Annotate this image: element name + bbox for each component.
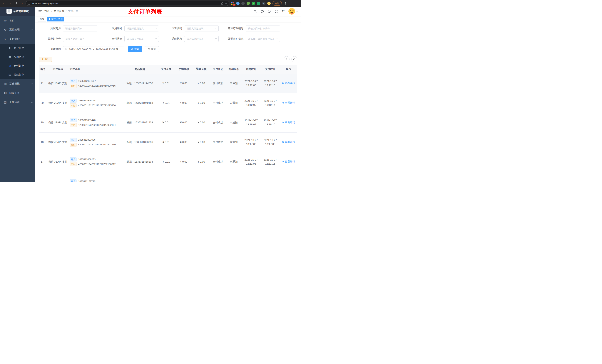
merchant-tag: 商户 [70,118,77,122]
sidebar-item-pay-order[interactable]: ◎ 支付订单 [0,62,35,70]
extension-check-icon[interactable]: ✓ [252,2,255,5]
pay-tag: 支付 [70,104,77,107]
tab-home[interactable]: 首页 [38,17,46,21]
github-icon[interactable] [260,9,264,13]
bookmark-star-icon[interactable]: ☆ [225,2,227,5]
extension-drop-icon[interactable] [236,2,239,5]
yen-icon: ¥ [4,38,7,41]
date-end-value: 2021-10-31 23:59:59 [96,48,118,51]
breadcrumb-current: 支付订单 [68,10,78,13]
notify-status-filter-select[interactable] [246,36,280,42]
download-icon [41,58,44,61]
extension-pin-icon[interactable]: ▼ [262,2,266,5]
refresh-icon [148,48,150,51]
sidebar-item-app-info[interactable]: ▦ 应用信息 [0,52,35,62]
gear-icon: ⚙ [4,28,7,31]
merchant-tag: 商户 [70,157,77,161]
sidebar-item-payment[interactable]: ¥ 支付管理 [0,34,35,44]
sidebar-item-system[interactable]: ⚙ 系统管理 [0,25,35,34]
close-tab-icon[interactable]: × [61,18,63,20]
create-time-filter-label: 创建时间 [39,48,63,51]
table-row: 19 微信 JSAPI 支付 商户1635311881440 支付4200001… [39,113,297,132]
refund-status-filter-select[interactable] [184,36,219,42]
channel-code-filter-select[interactable] [184,26,219,31]
view-detail-link[interactable]: 查看详情 [282,140,295,144]
merchant-order-no-filter-input[interactable] [246,26,280,31]
forward-icon[interactable]: → [8,2,12,5]
export-button[interactable]: 导出 [39,57,52,62]
extension-chat-icon[interactable] [257,2,260,5]
pay-tag: 支付 [70,143,77,147]
toolbox-icon: ◧ [4,91,7,95]
breadcrumb: 首页 / 支付管理 / 支付订单 [44,10,78,13]
user-avatar [288,8,295,15]
breadcrumb-home[interactable]: 首页 [44,10,50,13]
view-detail-link[interactable]: 查看详情 [282,120,295,125]
sidebar-item-home[interactable]: ◎ 首页 [0,16,35,25]
channel-code-filter-label: 渠道编码 [159,27,184,30]
url-text[interactable]: localhost:1024/pay/order [32,2,58,5]
fullscreen-icon[interactable] [274,9,278,13]
reload-icon[interactable] [14,2,18,5]
extension-badge: 10 [233,4,236,6]
date-range-picker[interactable]: 2021-10-01 00:00:00 - 2021-10-31 23:59:5… [63,46,124,52]
merchant-filter-input[interactable] [63,26,97,31]
date-start-value: 2021-10-01 00:00:00 [69,48,91,51]
table-row: 17 微信 JSAPI 支付 商户1635311468233 支付4200001… [39,152,297,172]
sidebar-item-infrastructure[interactable]: ▥ 基础设施 [0,79,35,88]
view-detail-link[interactable]: 查看详情 [282,160,295,164]
reset-button[interactable]: 重置 [145,46,159,52]
hamburger-icon[interactable] [39,10,42,13]
search-icon[interactable] [253,9,257,13]
chrome-update-button[interactable]: 更新 [272,1,282,6]
pay-status-filter-label: 支付状态 [97,37,124,41]
sidebar-item-dev-tools[interactable]: ◧ 研发工具 [0,88,35,98]
chevron-up-icon [31,39,33,40]
chevron-down-icon [31,29,33,31]
sidebar: 芋道管理系统 ◎ 首页 ⚙ 系统管理 ¥ 支付管理 ▮ 商户信息 ▦ 应用信息 [0,7,35,182]
home-icon[interactable]: ⌂ [20,2,24,5]
app-id-filter-select[interactable] [124,26,159,31]
breadcrumb-pay-management[interactable]: 支付管理 [54,10,64,13]
view-detail-link[interactable]: 查看详情 [282,81,295,85]
profile-avatar-icon[interactable]: ☺ [267,2,271,5]
refresh-table-button[interactable] [291,56,297,62]
extensions-icon[interactable]: 10 [231,2,234,5]
sidebar-item-refund-order[interactable]: ▤ 退款订单 [0,70,35,79]
tab-pay-order[interactable]: 支付订单 × [47,17,64,21]
view-detail-link[interactable]: 查看详情 [282,101,295,105]
table-header-row: 编号 支付渠道 支付订单 商品标题 支付金额 手续金额 退款金额 支付状态 回调… [39,65,297,74]
search-icon [131,48,133,51]
monitor-icon: ▥ [4,82,7,85]
dashboard-icon: ◎ [4,19,7,22]
extension-green-icon[interactable] [247,2,250,5]
help-icon[interactable]: ? [267,9,271,13]
user-menu[interactable] [288,8,298,15]
payment-submenu: ▮ 商户信息 ▦ 应用信息 ◎ 支付订单 ▤ 退款订单 [0,44,35,79]
chevron-down-icon [31,83,33,84]
pay-tag: 支付 [70,162,77,166]
notify-status-filter-label: 回调商户状态 [219,37,246,41]
sidebar-item-merchant-info[interactable]: ▮ 商户信息 [0,44,35,52]
channel-order-no-filter-input[interactable] [63,36,97,42]
pay-tag: 支付 [70,84,77,88]
active-dot [49,18,50,20]
font-size-icon[interactable]: TT [281,9,285,13]
toggle-search-button[interactable] [284,56,290,62]
merchant-tag: 商户 [70,138,77,142]
extension-dark-icon[interactable] [241,2,245,5]
refund-status-filter-label: 退款状态 [159,37,184,41]
back-icon[interactable]: ← [2,2,6,5]
address-bar[interactable]: i localhost:1024/pay/order ☆ [26,1,229,6]
browser-menu-icon[interactable]: ⋮ [284,2,288,5]
chevron-down-icon [31,92,33,94]
svg-text:?: ? [269,10,269,12]
share-icon[interactable] [221,2,224,5]
site-info-icon[interactable]: i [28,2,30,5]
sidebar-item-workflow[interactable]: ◫ 工作流程 [0,98,35,107]
merchant-filter-label: 所属商户 [39,27,63,30]
search-button[interactable]: 搜索 [128,46,142,52]
browser-chrome: ← → ⌂ i localhost:1024/pay/order ☆ 10 ✓ … [0,0,301,7]
pay-status-filter-select[interactable] [124,36,159,42]
logo-rabbit-icon [7,9,12,14]
